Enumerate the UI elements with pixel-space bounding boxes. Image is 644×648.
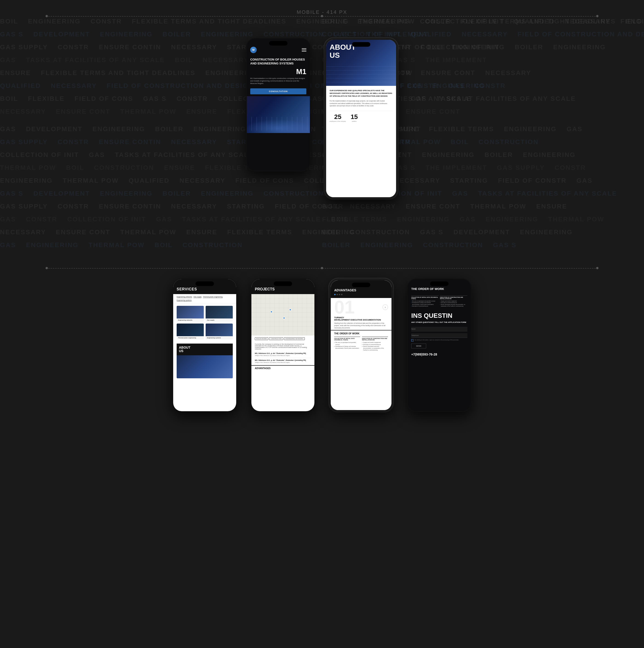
phone2-content: ABOUT US OUR EXPERIENCED AND QUALIFIED S…: [326, 40, 396, 197]
phone3-about: ABOUTUS: [177, 343, 233, 355]
stat-employees-label: employees in the company: [330, 121, 346, 122]
phone4-tags: BOILER ROOMS CONSTRUCTION ENGINEERING NE…: [251, 335, 314, 342]
project-desc-2: Village of the Odintsovo city district o…: [255, 362, 311, 363]
cat-engineering-networks: Engineering networks: [177, 296, 192, 298]
phone6-content: THE ORDER OF WORK COLLECTION OF INITIAL …: [408, 279, 471, 411]
order-col2-item3: Result: Developed executive documentatio…: [362, 345, 388, 351]
phone6-question-text: ANY OTHER QUESTIONS? FILL OUT THE APPLIC…: [408, 320, 471, 324]
tag-construction[interactable]: CONSTRUCTION: [269, 337, 283, 340]
dashed-dot-mid-right: [596, 267, 598, 269]
stat-employees: 25 employees in the company: [330, 113, 346, 122]
cat-engineering-systems: Engineering systems: [177, 300, 191, 302]
stat-welders-label: welders: [351, 121, 358, 122]
project-item-2: MO, Odintsovo G.O., p. d/s "Zhukovka", Z…: [255, 358, 311, 365]
checkbox-label: By clicking on the button, I give my con…: [415, 339, 458, 341]
phone-input[interactable]: [411, 333, 467, 338]
phone2-hero: ABOUT US: [326, 40, 396, 86]
dot-1[interactable]: [334, 294, 336, 295]
phone5-order-cols: COLLECTION OF INITIAL DATA (TECHNICAL TA…: [331, 337, 392, 351]
project-name-2: MO, Odintsovo G.O., p. d/s "Zhukovka", Z…: [255, 360, 311, 361]
service-card-2: Gas supply: [206, 306, 233, 322]
phone6-col1-item1: We carry out geological and geodetic sur…: [411, 300, 438, 302]
phone1-title: CONSTRUCTION OF BOILER HOUSES AND ENGINE…: [247, 55, 310, 68]
order-col-1: COLLECTION OF INITIAL DATA (TECHNICAL TA…: [334, 337, 360, 351]
phone5-title: ADVANTAGES: [334, 288, 388, 292]
service-card-1: Engineering networks: [177, 306, 204, 322]
phone3-categories: Engineering networks Gas supply Thermal …: [173, 294, 236, 304]
project-desc-1: Village of the Odintsovo city district o…: [255, 355, 311, 357]
tag-boiler-rooms[interactable]: BOILER ROOMS: [255, 337, 268, 340]
phone-notch-4: [274, 281, 292, 286]
phone6-col1: COLLECTION OF INITIAL DATA (TECHNICAL TA…: [411, 295, 438, 307]
phone3-hero-image: [177, 355, 233, 378]
service-img-2: [206, 306, 233, 319]
phone-order-of-work: THE ORDER OF WORK COLLECTION OF INITIAL …: [407, 278, 471, 412]
phone-advantages: ADVANTAGES 01 › Turnkey Development exec…: [329, 278, 393, 412]
phone6-col1-title: COLLECTION OF INITIAL DATA (TECHNICAL TA…: [411, 295, 438, 300]
map-grid: [251, 294, 314, 335]
phone5-adv-text: Starting from the collection of technica…: [331, 321, 392, 330]
dot-4[interactable]: [341, 294, 343, 295]
phone-services: SERVICES Engineering networks Gas supply…: [173, 278, 237, 412]
stat-welders: 15 welders: [351, 113, 358, 122]
phone6-col2-title: EXECUTION OF CONSTRUCTION AND INSTALLATI…: [440, 295, 467, 300]
phones-row-1: M CONSTRUCTION OF BOILER HOUSES AND ENGI…: [246, 38, 398, 199]
service-label-2: Gas supply: [206, 319, 233, 322]
phone6-title: THE ORDER OF WORK: [411, 287, 467, 291]
order-col-2: EXECUTION OF CONSTRUCTION AND INSTALLATI…: [362, 337, 388, 351]
project-name-1: MO, Odintsovo G.O., p. d/s "Zhukovka", Z…: [255, 353, 311, 354]
service-img-1: [177, 306, 204, 319]
order-col2-item2: Execution of commissioning wo: [362, 343, 388, 345]
service-label-1: Engineering networks: [177, 319, 204, 322]
checkbox-icon[interactable]: [411, 339, 414, 341]
hamburger-menu[interactable]: [302, 48, 306, 52]
service-img-4: [206, 324, 233, 336]
dashed-dot-top-left: [46, 15, 48, 17]
dot-3[interactable]: [339, 294, 340, 295]
consultation-button[interactable]: CONSULTATION: [250, 88, 306, 94]
service-label-4: Engineering systems: [206, 336, 233, 339]
phone1-hero-image: [247, 96, 310, 133]
header-label: MOBILE - 414 PX: [297, 9, 347, 15]
order-col1-item2: Development of design and estimate docum…: [334, 345, 360, 349]
phone6-col2-item1: Supply and install of equipment: [440, 300, 467, 302]
dashed-dot-top-right: [596, 15, 598, 17]
cat-thermal: Thermal power engineering: [203, 296, 222, 298]
dashed-dot-mid-left: [46, 267, 48, 269]
phone6-col2: EXECUTION OF CONSTRUCTION AND INSTALLATI…: [440, 295, 467, 307]
name-input[interactable]: [411, 327, 467, 331]
phone5-order-title: THE ORDER OF WORK: [331, 330, 392, 337]
order-col2-title: EXECUTION OF CONSTRUCTION AND INSTALLATI…: [362, 337, 388, 340]
dot-2[interactable]: [337, 294, 338, 295]
order-col1-title: COLLECTION OF INITIAL DATA (TECHNICAL TA…: [334, 337, 360, 340]
logo-icon: M: [250, 47, 257, 53]
phone6-big-text: INS QUESTIN: [408, 309, 471, 320]
phone4-map-text: Currently, the company is working on the…: [251, 342, 314, 351]
tag-engineering[interactable]: ENGINEERING NETWORKS: [284, 337, 305, 340]
phone5-content: ADVANTAGES 01 › Turnkey Development exec…: [331, 280, 392, 410]
phone6-form: By clicking on the button, I give my con…: [408, 324, 471, 350]
consent-checkbox[interactable]: By clicking on the button, I give my con…: [411, 339, 467, 341]
service-label-3: Thermal power engineering: [177, 336, 204, 339]
phone5-nav-arrow[interactable]: ›: [383, 305, 388, 310]
phone6-col2-item2: Execution of commissioning wo: [440, 302, 467, 304]
service-img-3: [177, 324, 204, 336]
phone-notch-6: [430, 281, 449, 286]
phone5-slide: 01 ›: [331, 298, 392, 316]
send-button[interactable]: SEND: [411, 343, 426, 348]
phone2-subtitle: OUR EXPERIENCED AND QUALIFIED SPECIALIST…: [330, 89, 393, 98]
phone1-content: M CONSTRUCTION OF BOILER HOUSES AND ENGI…: [247, 39, 310, 171]
phone4-content: PROJECTS BOILER ROOMS CONSTRUCTION ENGIN…: [251, 279, 314, 411]
service-card-3: Thermal power engineering: [177, 324, 204, 339]
stat-welders-num: 15: [351, 113, 358, 121]
phone-about: ABOUT US OUR EXPERIENCED AND QUALIFIED S…: [324, 38, 398, 199]
pipe-decoration: [247, 117, 310, 131]
phone5-adv-main-title: Development executive documentation: [331, 319, 392, 321]
phone6-cols: COLLECTION OF INITIAL DATA (TECHNICAL TA…: [408, 293, 471, 309]
main-container: MOBILE - 414 PX M CONSTRUCTION OF BOILER: [0, 0, 644, 648]
phone-notch-5: [352, 283, 370, 287]
phones-row-2: SERVICES Engineering networks Gas supply…: [173, 278, 471, 412]
phone2-body: OUR EXPERIENCED AND QUALIFIED SPECIALIST…: [326, 86, 396, 125]
logo: M: [250, 47, 257, 53]
phone2-stats: 25 employees in the company 15 welders: [330, 111, 393, 122]
